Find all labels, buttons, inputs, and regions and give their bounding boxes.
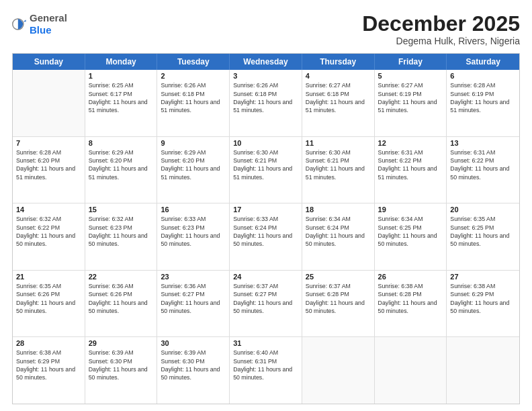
calendar-row-4: 21Sunrise: 6:35 AMSunset: 6:26 PMDayligh… — [13, 271, 519, 338]
empty-cell — [447, 337, 519, 404]
day-cell-18: 18Sunrise: 6:34 AMSunset: 6:24 PMDayligh… — [302, 203, 375, 270]
day-number: 23 — [161, 273, 226, 281]
day-info: Sunrise: 6:33 AMSunset: 6:23 PMDaylight:… — [161, 215, 226, 248]
day-cell-13: 13Sunrise: 6:31 AMSunset: 6:22 PMDayligh… — [447, 137, 519, 203]
day-number: 13 — [450, 139, 516, 147]
day-number: 27 — [450, 273, 516, 281]
day-number: 22 — [89, 273, 154, 281]
day-number: 8 — [89, 139, 154, 147]
day-info: Sunrise: 6:28 AMSunset: 6:20 PMDaylight:… — [16, 148, 81, 181]
logo-blue: Blue — [30, 24, 52, 36]
day-cell-2: 2Sunrise: 6:26 AMSunset: 6:18 PMDaylight… — [157, 70, 230, 136]
weekday-header-saturday: Saturday — [447, 54, 519, 70]
day-cell-9: 9Sunrise: 6:29 AMSunset: 6:20 PMDaylight… — [157, 137, 230, 203]
calendar-row-2: 7Sunrise: 6:28 AMSunset: 6:20 PMDaylight… — [13, 137, 519, 204]
day-cell-17: 17Sunrise: 6:33 AMSunset: 6:24 PMDayligh… — [230, 203, 302, 270]
calendar-row-5: 28Sunrise: 6:38 AMSunset: 6:29 PMDayligh… — [13, 337, 519, 404]
day-info: Sunrise: 6:29 AMSunset: 6:20 PMDaylight:… — [89, 148, 154, 181]
day-info: Sunrise: 6:37 AMSunset: 6:27 PMDaylight:… — [233, 282, 298, 315]
day-cell-19: 19Sunrise: 6:34 AMSunset: 6:25 PMDayligh… — [375, 203, 447, 270]
day-cell-1: 1Sunrise: 6:25 AMSunset: 6:17 PMDaylight… — [85, 70, 158, 136]
day-cell-29: 29Sunrise: 6:39 AMSunset: 6:30 PMDayligh… — [85, 337, 158, 404]
day-info: Sunrise: 6:38 AMSunset: 6:29 PMDaylight:… — [450, 282, 516, 315]
calendar: SundayMondayTuesdayWednesdayThursdayFrid… — [12, 53, 520, 404]
day-cell-27: 27Sunrise: 6:38 AMSunset: 6:29 PMDayligh… — [447, 271, 519, 337]
day-info: Sunrise: 6:38 AMSunset: 6:28 PMDaylight:… — [378, 282, 443, 315]
day-cell-26: 26Sunrise: 6:38 AMSunset: 6:28 PMDayligh… — [375, 271, 447, 337]
day-cell-7: 7Sunrise: 6:28 AMSunset: 6:20 PMDaylight… — [13, 137, 85, 203]
logo-text: General Blue — [30, 12, 67, 36]
weekday-header-tuesday: Tuesday — [157, 54, 230, 70]
day-number: 19 — [378, 205, 443, 214]
day-number: 16 — [161, 205, 226, 214]
calendar-body: 1Sunrise: 6:25 AMSunset: 6:17 PMDaylight… — [13, 70, 519, 404]
weekday-header-monday: Monday — [85, 54, 158, 70]
day-cell-21: 21Sunrise: 6:35 AMSunset: 6:26 PMDayligh… — [13, 271, 85, 337]
day-cell-3: 3Sunrise: 6:26 AMSunset: 6:18 PMDaylight… — [230, 70, 302, 136]
day-number: 15 — [89, 205, 154, 214]
day-cell-8: 8Sunrise: 6:29 AMSunset: 6:20 PMDaylight… — [85, 137, 158, 203]
day-number: 5 — [378, 72, 443, 80]
day-number: 12 — [378, 139, 443, 147]
day-info: Sunrise: 6:36 AMSunset: 6:26 PMDaylight:… — [89, 282, 154, 315]
day-cell-23: 23Sunrise: 6:36 AMSunset: 6:27 PMDayligh… — [157, 271, 230, 337]
day-number: 2 — [161, 72, 226, 80]
day-number: 10 — [233, 139, 298, 147]
calendar-row-1: 1Sunrise: 6:25 AMSunset: 6:17 PMDaylight… — [13, 70, 519, 137]
day-info: Sunrise: 6:27 AMSunset: 6:18 PMDaylight:… — [306, 81, 371, 114]
day-number: 17 — [233, 205, 298, 214]
empty-cell — [302, 337, 375, 404]
day-cell-20: 20Sunrise: 6:35 AMSunset: 6:25 PMDayligh… — [447, 203, 519, 270]
day-number: 26 — [378, 273, 443, 281]
day-cell-30: 30Sunrise: 6:39 AMSunset: 6:30 PMDayligh… — [157, 337, 230, 404]
day-info: Sunrise: 6:40 AMSunset: 6:31 PMDaylight:… — [233, 349, 298, 381]
day-info: Sunrise: 6:35 AMSunset: 6:25 PMDaylight:… — [450, 215, 516, 248]
day-cell-5: 5Sunrise: 6:27 AMSunset: 6:19 PMDaylight… — [375, 70, 447, 136]
day-info: Sunrise: 6:33 AMSunset: 6:24 PMDaylight:… — [233, 215, 298, 248]
day-number: 20 — [450, 205, 516, 214]
day-cell-24: 24Sunrise: 6:37 AMSunset: 6:27 PMDayligh… — [230, 271, 302, 337]
day-number: 21 — [16, 273, 81, 281]
calendar-row-3: 14Sunrise: 6:32 AMSunset: 6:22 PMDayligh… — [13, 203, 519, 271]
day-info: Sunrise: 6:26 AMSunset: 6:18 PMDaylight:… — [161, 81, 226, 114]
empty-cell — [13, 70, 85, 136]
day-number: 14 — [16, 205, 81, 214]
day-number: 29 — [89, 339, 154, 347]
day-number: 4 — [306, 72, 371, 80]
empty-cell — [375, 337, 447, 404]
day-cell-10: 10Sunrise: 6:30 AMSunset: 6:21 PMDayligh… — [230, 137, 302, 203]
day-info: Sunrise: 6:28 AMSunset: 6:19 PMDaylight:… — [450, 81, 516, 114]
weekday-header-friday: Friday — [375, 54, 447, 70]
page: General Blue December 2025 Degema Hulk, … — [0, 0, 532, 411]
day-info: Sunrise: 6:39 AMSunset: 6:30 PMDaylight:… — [161, 349, 226, 381]
day-info: Sunrise: 6:38 AMSunset: 6:29 PMDaylight:… — [16, 349, 81, 381]
day-cell-6: 6Sunrise: 6:28 AMSunset: 6:19 PMDaylight… — [447, 70, 519, 136]
location-subtitle: Degema Hulk, Rivers, Nigeria — [362, 36, 520, 46]
logo-general: General — [30, 12, 67, 24]
weekday-header-wednesday: Wednesday — [230, 54, 302, 70]
day-number: 25 — [306, 273, 371, 281]
day-number: 11 — [306, 139, 371, 147]
day-cell-14: 14Sunrise: 6:32 AMSunset: 6:22 PMDayligh… — [13, 203, 85, 270]
day-number: 28 — [16, 339, 81, 347]
day-info: Sunrise: 6:36 AMSunset: 6:27 PMDaylight:… — [161, 282, 226, 315]
day-info: Sunrise: 6:30 AMSunset: 6:21 PMDaylight:… — [233, 148, 298, 181]
day-number: 7 — [16, 139, 81, 147]
day-info: Sunrise: 6:30 AMSunset: 6:21 PMDaylight:… — [306, 148, 371, 181]
day-cell-12: 12Sunrise: 6:31 AMSunset: 6:22 PMDayligh… — [375, 137, 447, 203]
day-cell-11: 11Sunrise: 6:30 AMSunset: 6:21 PMDayligh… — [302, 137, 375, 203]
day-info: Sunrise: 6:25 AMSunset: 6:17 PMDaylight:… — [89, 81, 154, 114]
title-block: December 2025 Degema Hulk, Rivers, Niger… — [362, 12, 520, 46]
weekday-header-sunday: Sunday — [13, 54, 85, 70]
day-number: 31 — [233, 339, 298, 347]
day-number: 1 — [89, 72, 154, 80]
day-info: Sunrise: 6:29 AMSunset: 6:20 PMDaylight:… — [161, 148, 226, 181]
day-cell-25: 25Sunrise: 6:37 AMSunset: 6:28 PMDayligh… — [302, 271, 375, 337]
day-cell-31: 31Sunrise: 6:40 AMSunset: 6:31 PMDayligh… — [230, 337, 302, 404]
day-info: Sunrise: 6:39 AMSunset: 6:30 PMDaylight:… — [89, 349, 154, 381]
day-info: Sunrise: 6:34 AMSunset: 6:25 PMDaylight:… — [378, 215, 443, 248]
day-info: Sunrise: 6:26 AMSunset: 6:18 PMDaylight:… — [233, 81, 298, 114]
day-cell-28: 28Sunrise: 6:38 AMSunset: 6:29 PMDayligh… — [13, 337, 85, 404]
day-info: Sunrise: 6:31 AMSunset: 6:22 PMDaylight:… — [450, 148, 516, 181]
day-number: 18 — [306, 205, 371, 214]
